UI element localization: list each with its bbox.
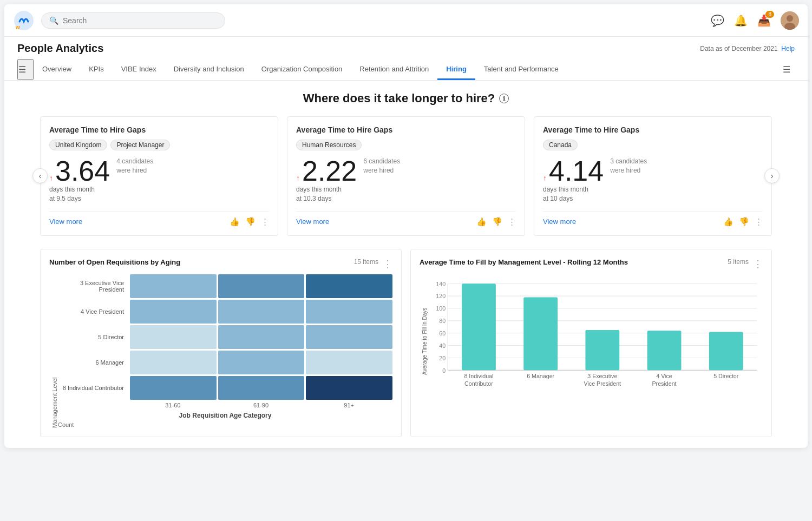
- filter-icon-button[interactable]: ☰: [17, 59, 34, 80]
- bell-button[interactable]: 🔔: [734, 14, 748, 27]
- tag-uk: United Kingdom: [49, 140, 107, 150]
- page-title: People Analytics: [17, 42, 103, 55]
- more-options-3[interactable]: ⋮: [755, 217, 763, 227]
- card-3-footer: View more 👍 👎 ⋮: [543, 211, 763, 227]
- thumbs-up-1[interactable]: 👍: [230, 217, 240, 227]
- bar-2: [585, 330, 619, 370]
- svg-text:0: 0: [442, 367, 446, 373]
- heatmap-chart-card: Number of Open Requisitions by Aging 15 …: [40, 249, 402, 437]
- thumbs-down-2[interactable]: 👎: [492, 217, 502, 227]
- view-more-1[interactable]: View more: [49, 217, 82, 226]
- thumbs-down-3[interactable]: 👎: [739, 217, 749, 227]
- chat-icon: 💬: [711, 15, 724, 27]
- card-2-body: ↑ 2.22 days this month at 10.3 days 6 ca…: [296, 157, 516, 203]
- heatmap-body: Management Level 3 Executive Vice Presid…: [49, 274, 392, 428]
- tab-kpis[interactable]: KPIs: [80, 60, 112, 80]
- view-more-3[interactable]: View more: [543, 217, 576, 226]
- svg-point-3: [787, 15, 793, 22]
- svg-text:4 Vice: 4 Vice: [656, 373, 672, 379]
- heatmap-x-axis-title: Job Requisition Age Category: [58, 412, 392, 419]
- card-1-title: Average Time to Hire Gaps: [49, 126, 269, 134]
- bar-chart-y-label: Average Time to Fill in Days: [420, 276, 428, 406]
- heatmap-cell: [218, 351, 305, 374]
- tag-canada: Canada: [543, 140, 578, 150]
- heatmap-row-label: 8 Individual Contributor: [58, 376, 128, 400]
- up-arrow-2: ↑: [296, 174, 300, 182]
- svg-text:40: 40: [439, 342, 446, 348]
- bar-chart-card: Average Time to Fill by Management Level…: [410, 249, 772, 437]
- tab-diversity-inclusion[interactable]: Diversity and Inclusion: [165, 60, 253, 80]
- bell-icon: 🔔: [734, 15, 748, 27]
- chat-button[interactable]: 💬: [711, 14, 724, 27]
- x-label-31-60: 31-60: [129, 402, 217, 408]
- heatmap-cell: [130, 325, 217, 349]
- svg-text:8 Individual: 8 Individual: [464, 373, 493, 379]
- carousel-prev-button[interactable]: ‹: [32, 168, 48, 183]
- heatmap-cell: [306, 300, 392, 324]
- svg-text:Vice President: Vice President: [584, 380, 621, 387]
- search-input[interactable]: [63, 16, 217, 25]
- section-title: Where does it take longer to hire? ℹ: [40, 91, 772, 105]
- card-1-footer: View more 👍 👎 ⋮: [49, 211, 269, 227]
- svg-text:120: 120: [436, 293, 446, 299]
- card-3-tags: Canada: [543, 140, 763, 150]
- tab-menu-icon[interactable]: ☰: [778, 60, 795, 79]
- card-1-body: ↑ 3.64 days this month at 9.5 days 4 can…: [49, 157, 269, 203]
- bar-0: [462, 283, 496, 370]
- heatmap-cell: [130, 274, 217, 298]
- tab-vibe-index[interactable]: VIBE Index: [113, 60, 165, 80]
- cards-row: ‹ Average Time to Hire Gaps United Kingd…: [40, 116, 772, 236]
- heatmap-menu-button[interactable]: ⋮: [383, 258, 392, 270]
- tab-hiring[interactable]: Hiring: [437, 60, 475, 80]
- tab-talent-performance[interactable]: Talent and Performance: [475, 60, 567, 80]
- heatmap-cell: [306, 351, 392, 374]
- heatmap-cell: [218, 274, 305, 298]
- svg-text:5 Director: 5 Director: [713, 373, 739, 379]
- thumbs-up-3[interactable]: 👍: [723, 217, 734, 227]
- avatar[interactable]: [781, 11, 799, 30]
- heatmap-cell: [130, 351, 217, 374]
- tab-retention-attrition[interactable]: Retention and Attrition: [351, 60, 437, 80]
- svg-text:3 Executive: 3 Executive: [587, 373, 617, 379]
- more-options-1[interactable]: ⋮: [261, 217, 269, 227]
- carousel-next-button[interactable]: ›: [764, 168, 780, 183]
- search-bar[interactable]: 🔍: [41, 12, 225, 29]
- data-info: Data as of December 2021 Help: [700, 45, 795, 52]
- tab-bar: ☰ Overview KPIs VIBE Index Diversity and…: [17, 59, 795, 80]
- up-arrow-3: ↑: [543, 174, 547, 182]
- svg-text:140: 140: [436, 280, 446, 287]
- tab-org-composition[interactable]: Organization Composition: [253, 60, 351, 80]
- more-options-2[interactable]: ⋮: [508, 217, 516, 227]
- svg-text:60: 60: [439, 330, 446, 337]
- tab-overview[interactable]: Overview: [34, 60, 80, 80]
- hire-gap-card-2: Average Time to Hire Gaps Human Resource…: [287, 116, 525, 236]
- heatmap-count-label: Count: [58, 421, 392, 428]
- heatmap-grid-wrapper: 3 Executive Vice President4 Vice Preside…: [58, 274, 392, 428]
- card-1-actions: 👍 👎 ⋮: [230, 217, 269, 227]
- thumbs-down-1[interactable]: 👎: [245, 217, 256, 227]
- heatmap-cell: [130, 300, 217, 324]
- heatmap-items-count: 15 items: [354, 258, 378, 266]
- heatmap-cell: [306, 274, 392, 298]
- charts-row: Number of Open Requisitions by Aging 15 …: [40, 249, 772, 437]
- workday-logo: w: [13, 10, 35, 31]
- heatmap-cell: [306, 325, 392, 349]
- card-3-body: ↑ 4.14 days this month at 10 days 3 cand…: [543, 157, 763, 203]
- view-more-2[interactable]: View more: [296, 217, 329, 226]
- card-2-actions: 👍 👎 ⋮: [476, 217, 516, 227]
- bar-chart-menu-button[interactable]: ⋮: [753, 258, 763, 270]
- metric-sub-2: 6 candidates were hired: [363, 157, 407, 175]
- thumbs-up-2[interactable]: 👍: [476, 217, 487, 227]
- x-label-91plus: 91+: [305, 402, 392, 408]
- svg-text:Contributor: Contributor: [464, 380, 493, 387]
- help-link[interactable]: Help: [781, 45, 795, 52]
- heatmap-row-label: 5 Director: [58, 325, 128, 349]
- bar-4: [709, 332, 743, 370]
- card-1-tags: United Kingdom Project Manager: [49, 140, 269, 150]
- inbox-button[interactable]: 📥 8: [757, 14, 771, 27]
- info-icon[interactable]: ℹ: [499, 94, 509, 103]
- tag-hr: Human Resources: [296, 140, 362, 150]
- bar-chart-items-count: 5 items: [728, 258, 749, 266]
- metric-sub-1: 4 candidates were hired: [116, 157, 160, 175]
- page-header: People Analytics Data as of December 202…: [4, 37, 808, 81]
